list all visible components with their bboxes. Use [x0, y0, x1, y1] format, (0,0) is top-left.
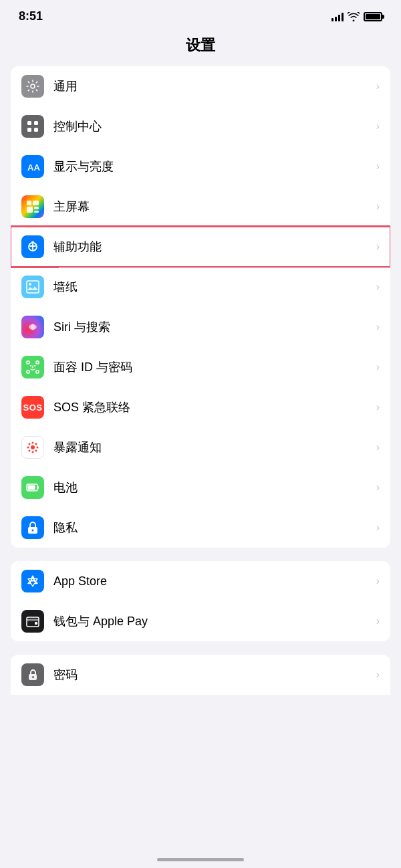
svg-point-34 [35, 450, 37, 452]
battery-chevron: › [376, 481, 380, 494]
svg-point-39 [32, 530, 34, 532]
wallet-icon [21, 610, 44, 633]
status-time: 8:51 [19, 9, 43, 23]
settings-item-display[interactable]: AA 显示与亮度 › [11, 146, 390, 187]
settings-item-password[interactable]: 密码 › [11, 655, 390, 695]
settings-group-2: App Store › 钱包与 Apple Pay › [11, 561, 390, 641]
control-center-chevron: › [376, 120, 380, 132]
home-screen-label: 主屏幕 [53, 199, 376, 215]
sos-label: SOS 紧急联络 [53, 399, 376, 415]
settings-group-1: 通用 › 控制中心 › AA 显示与亮度 › [11, 66, 390, 548]
faceid-chevron: › [376, 361, 380, 373]
svg-point-32 [35, 443, 37, 445]
general-label: 通用 [53, 78, 376, 94]
svg-rect-1 [27, 121, 31, 125]
svg-rect-10 [34, 211, 39, 213]
svg-rect-37 [37, 486, 39, 489]
settings-item-accessibility[interactable]: 辅助功能 › [11, 227, 390, 267]
display-icon: AA [21, 155, 44, 178]
wallet-chevron: › [376, 615, 380, 627]
exposure-label: 暴露通知 [53, 439, 376, 455]
privacy-label: 隐私 [53, 520, 376, 536]
wifi-icon [348, 12, 360, 21]
svg-rect-3 [27, 128, 31, 132]
privacy-icon [21, 516, 44, 539]
svg-rect-21 [27, 370, 29, 373]
svg-point-46 [32, 676, 34, 678]
svg-point-18 [31, 324, 35, 330]
settings-item-sos[interactable]: SOS SOS 紧急联络 › [11, 387, 390, 427]
siri-icon [21, 316, 44, 338]
svg-rect-9 [34, 207, 39, 209]
svg-rect-43 [35, 622, 37, 625]
battery-status-icon [364, 12, 382, 21]
battery-label: 电池 [53, 479, 376, 496]
svg-point-0 [31, 84, 35, 88]
home-screen-chevron: › [376, 201, 380, 213]
settings-group-3: 密码 › [11, 655, 390, 695]
display-label: 显示与亮度 [53, 158, 376, 175]
settings-item-general[interactable]: 通用 › [11, 66, 390, 106]
svg-point-31 [29, 443, 31, 445]
svg-point-15 [29, 283, 31, 286]
svg-rect-6 [27, 201, 31, 205]
page-title: 设置 [0, 29, 401, 66]
svg-rect-2 [34, 121, 38, 125]
general-icon [21, 75, 44, 98]
exposure-icon [21, 436, 44, 459]
battery-icon [21, 476, 44, 499]
settings-item-siri[interactable]: Siri 与搜索 › [11, 307, 390, 347]
control-center-label: 控制中心 [53, 118, 376, 134]
faceid-icon [21, 356, 44, 378]
display-chevron: › [376, 160, 380, 173]
password-icon [21, 663, 44, 686]
svg-point-27 [32, 442, 34, 444]
settings-item-faceid[interactable]: 面容 ID 与密码 › [11, 347, 390, 387]
accessibility-icon [21, 235, 44, 258]
settings-item-privacy[interactable]: 隐私 › [11, 508, 390, 548]
exposure-chevron: › [376, 441, 380, 453]
svg-rect-22 [36, 370, 39, 373]
svg-rect-8 [27, 207, 33, 213]
home-screen-icon [21, 195, 44, 218]
settings-item-home-screen[interactable]: 主屏幕 › [11, 187, 390, 227]
sos-chevron: › [376, 401, 380, 413]
sos-icon: SOS [21, 396, 44, 419]
svg-rect-42 [27, 619, 39, 621]
svg-point-24 [34, 365, 35, 366]
settings-item-wallet[interactable]: 钱包与 Apple Pay › [11, 601, 390, 641]
svg-rect-7 [33, 201, 39, 205]
signal-icon [331, 12, 344, 21]
svg-rect-19 [27, 361, 29, 364]
svg-point-30 [37, 447, 39, 449]
svg-rect-20 [36, 361, 39, 364]
svg-point-23 [30, 365, 31, 366]
siri-chevron: › [376, 321, 380, 333]
svg-rect-4 [34, 128, 38, 132]
wallet-label: 钱包与 Apple Pay [53, 613, 376, 629]
home-indicator [157, 858, 244, 861]
svg-point-26 [31, 445, 35, 449]
wallpaper-icon [21, 276, 44, 298]
svg-rect-41 [27, 617, 39, 627]
password-label: 密码 [53, 667, 376, 683]
svg-point-29 [27, 447, 29, 449]
status-bar: 8:51 [0, 0, 401, 29]
faceid-label: 面容 ID 与密码 [53, 359, 376, 375]
svg-text:AA: AA [27, 162, 40, 173]
settings-item-battery[interactable]: 电池 › [11, 467, 390, 508]
settings-item-control-center[interactable]: 控制中心 › [11, 106, 390, 146]
privacy-chevron: › [376, 522, 380, 534]
svg-rect-36 [28, 485, 35, 490]
settings-item-wallpaper[interactable]: 墙纸 › [11, 267, 390, 307]
wallpaper-label: 墙纸 [53, 279, 376, 295]
control-center-icon [21, 115, 44, 138]
settings-item-app-store[interactable]: App Store › [11, 561, 390, 601]
app-store-label: App Store [53, 574, 376, 588]
accessibility-label: 辅助功能 [53, 239, 376, 255]
accessibility-chevron: › [376, 241, 380, 253]
svg-rect-16 [27, 281, 39, 293]
settings-item-exposure[interactable]: 暴露通知 › [11, 427, 390, 467]
password-chevron: › [376, 669, 380, 681]
wallpaper-chevron: › [376, 281, 380, 293]
